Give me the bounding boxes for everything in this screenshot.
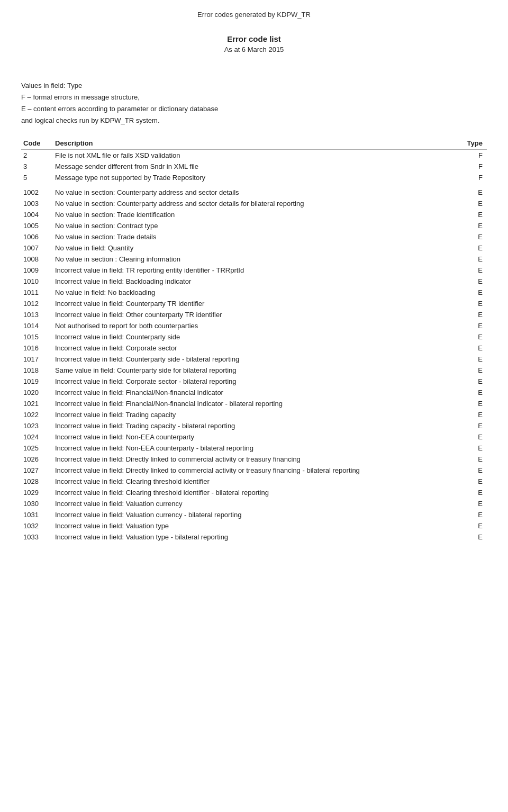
table-header-row: Code Description Type [21,137,487,150]
cell-description: Incorrect value in field: Non-EEA counte… [53,443,460,454]
cell-description: Incorrect value in field: Backloading in… [53,276,460,287]
cell-code: 1033 [21,531,53,543]
legend-line2: F – formal errors in message structure, [21,92,487,103]
legend-line1: Values in field: Type [21,80,487,92]
cell-type: E [460,242,487,254]
cell-type: F [460,172,487,183]
page-date: As at 6 March 2015 [21,46,487,53]
cell-description: Incorrect value in field: Clearing thres… [53,487,460,498]
cell-description: No value in section: Counterparty addres… [53,183,460,198]
cell-description: No value in field: Quantity [53,242,460,254]
cell-type: E [460,331,487,342]
table-row: 5Message type not supported by Trade Rep… [21,172,487,183]
table-row: 1026Incorrect value in field: Directly l… [21,454,487,465]
cell-type: E [460,454,487,465]
col-header-type: Type [460,137,487,150]
cell-type: E [460,220,487,231]
cell-code: 1030 [21,498,53,509]
cell-description: Incorrect value in field: Valuation curr… [53,498,460,509]
table-row: 1016Incorrect value in field: Corporate … [21,342,487,354]
cell-type: E [460,231,487,242]
table-row: 1012Incorrect value in field: Counterpar… [21,298,487,309]
cell-code: 1026 [21,454,53,465]
table-row: 1025Incorrect value in field: Non-EEA co… [21,443,487,454]
cell-description: Incorrect value in field: Directly linke… [53,465,460,476]
cell-code: 1027 [21,465,53,476]
table-row: 1030Incorrect value in field: Valuation … [21,498,487,509]
cell-type: E [460,309,487,320]
cell-code: 1017 [21,354,53,365]
cell-type: E [460,265,487,276]
cell-description: No value in section : Clearing informati… [53,254,460,265]
cell-description: No value in field: No backloading [53,287,460,298]
cell-description: Incorrect value in field: Clearing thres… [53,476,460,487]
cell-type: E [460,509,487,520]
cell-code: 1021 [21,398,53,409]
cell-type: E [460,365,487,376]
cell-code: 1020 [21,387,53,398]
cell-type: E [460,183,487,198]
cell-description: Incorrect value in field: Valuation curr… [53,509,460,520]
cell-type: E [460,398,487,409]
cell-code: 1029 [21,487,53,498]
cell-description: Message sender different from Sndr in XM… [53,161,460,172]
cell-code: 1028 [21,476,53,487]
cell-description: Incorrect value in field: Trading capaci… [53,409,460,420]
cell-code: 1008 [21,254,53,265]
cell-description: Incorrect value in field: Financial/Non-… [53,398,460,409]
cell-description: File is not XML file or fails XSD valida… [53,150,460,161]
cell-code: 1012 [21,298,53,309]
error-code-table: Code Description Type 2File is not XML f… [21,137,487,543]
table-row: 1019Incorrect value in field: Corporate … [21,376,487,387]
table-row: 1018Same value in field: Counterparty si… [21,365,487,376]
cell-type: E [460,498,487,509]
cell-type: E [460,443,487,454]
table-row: 1017Incorrect value in field: Counterpar… [21,354,487,365]
cell-description: Incorrect value in field: Financial/Non-… [53,387,460,398]
cell-type: F [460,161,487,172]
table-row: 1010Incorrect value in field: Backloadin… [21,276,487,287]
cell-type: E [460,287,487,298]
cell-code: 1007 [21,242,53,254]
cell-type: E [460,209,487,220]
cell-code: 1006 [21,231,53,242]
table-row: 1027Incorrect value in field: Directly l… [21,465,487,476]
table-row: 1015Incorrect value in field: Counterpar… [21,331,487,342]
cell-type: E [460,342,487,354]
table-row: 1005No value in section: Contract typeE [21,220,487,231]
cell-description: Incorrect value in field: Valuation type [53,520,460,531]
cell-code: 1022 [21,409,53,420]
cell-type: E [460,487,487,498]
table-row: 1032Incorrect value in field: Valuation … [21,520,487,531]
table-row: 1004No value in section: Trade identific… [21,209,487,220]
cell-code: 1025 [21,443,53,454]
table-row: 1014Not authorised to report for both co… [21,320,487,331]
cell-code: 1023 [21,420,53,431]
cell-code: 1002 [21,183,53,198]
cell-description: Incorrect value in field: Counterparty s… [53,354,460,365]
cell-code: 2 [21,150,53,161]
table-row: 1028Incorrect value in field: Clearing t… [21,476,487,487]
table-row: 1003No value in section: Counterparty ad… [21,198,487,209]
cell-type: E [460,531,487,543]
table-row: 1023Incorrect value in field: Trading ca… [21,420,487,431]
cell-type: E [460,387,487,398]
table-row: 1008No value in section : Clearing infor… [21,254,487,265]
cell-code: 1015 [21,331,53,342]
page-header: Error codes generated by KDPW_TR Error c… [21,11,487,53]
cell-description: Incorrect value in field: Counterparty s… [53,331,460,342]
cell-description: Incorrect value in field: Valuation type… [53,531,460,543]
cell-description: Same value in field: Counterparty side f… [53,365,460,376]
table-row: 1013Incorrect value in field: Other coun… [21,309,487,320]
cell-code: 1024 [21,431,53,443]
cell-type: E [460,431,487,443]
table-row: 1022Incorrect value in field: Trading ca… [21,409,487,420]
cell-type: E [460,376,487,387]
cell-code: 1031 [21,509,53,520]
cell-type: E [460,198,487,209]
cell-code: 1019 [21,376,53,387]
legend-section: Values in field: Type F – formal errors … [21,80,487,127]
cell-code: 1011 [21,287,53,298]
cell-description: Incorrect value in field: TR reporting e… [53,265,460,276]
cell-code: 1013 [21,309,53,320]
